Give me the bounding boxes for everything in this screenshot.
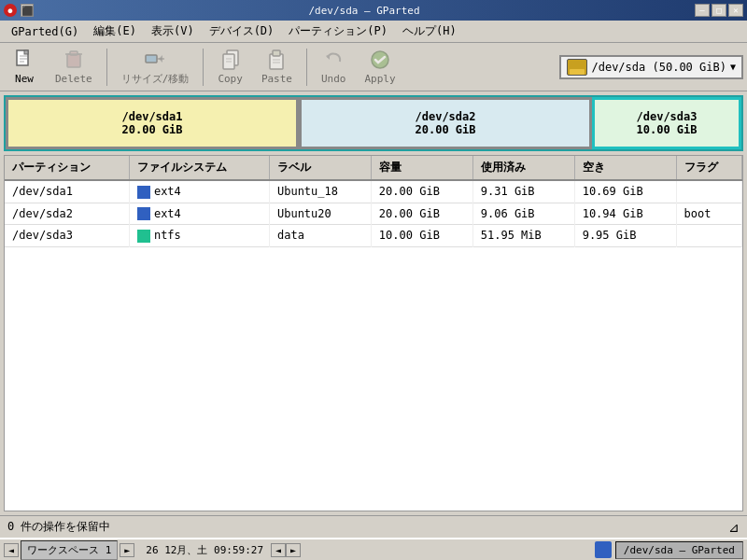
col-header-size[interactable]: 容量 — [371, 156, 472, 180]
close-button[interactable]: ✕ — [728, 4, 743, 17]
disk-partition-sda2[interactable]: /dev/sda2 20.00 GiB — [299, 97, 592, 149]
col-header-flags[interactable]: フラグ — [676, 156, 741, 180]
drive-label: /dev/sda (50.00 GiB) — [591, 61, 726, 74]
taskbar-active-window[interactable]: /dev/sda – GParted — [615, 541, 743, 559]
cell-label: Ubuntu_18 — [269, 180, 371, 203]
copy-label: Copy — [218, 73, 243, 85]
menu-partition[interactable]: パーティション(P) — [281, 21, 395, 41]
fs-color-indicator — [137, 207, 150, 220]
disk-visualization: /dev/sda1 20.00 GiB /dev/sda2 20.00 GiB … — [4, 95, 743, 151]
cell-flags — [676, 225, 741, 247]
undo-button[interactable]: Undo — [313, 47, 355, 88]
undo-label: Undo — [321, 73, 346, 85]
delete-label: Delete — [55, 73, 92, 85]
col-header-partition[interactable]: パーティション — [5, 156, 129, 180]
toolbar: New Delete リサイズ/移動 — [0, 43, 747, 91]
table-row[interactable]: /dev/sda3ntfsdata10.00 GiB51.95 MiB9.95 … — [5, 225, 742, 247]
status-bar: 0 件の操作を保留中 ⊿ — [0, 515, 747, 538]
menu-gparted[interactable]: GParted(G) — [4, 23, 86, 40]
menu-view[interactable]: 表示(V) — [144, 21, 202, 41]
cell-partition: /dev/sda3 — [5, 225, 129, 247]
apply-icon — [369, 49, 391, 71]
table-header-row: パーティション ファイルシステム ラベル 容量 使用済み 空き フラグ — [5, 156, 742, 180]
cell-flags — [676, 180, 741, 203]
delete-icon — [63, 49, 85, 71]
undo-icon — [322, 49, 345, 71]
cell-filesystem: ext4 — [129, 203, 269, 225]
taskbar-app-icon — [595, 541, 612, 558]
cell-partition: /dev/sda2 — [5, 203, 129, 225]
cell-flags: boot — [676, 203, 741, 225]
window-controls: – □ ✕ — [695, 4, 743, 17]
drive-dropdown-icon: ▼ — [730, 62, 736, 72]
col-header-label[interactable]: ラベル — [269, 156, 371, 180]
paste-button[interactable]: Paste — [253, 47, 301, 88]
disk-sda3-name: /dev/sda3 — [636, 110, 697, 123]
cell-used: 51.95 MiB — [472, 225, 574, 247]
paste-label: Paste — [261, 73, 292, 85]
menu-edit[interactable]: 編集(E) — [86, 21, 144, 41]
menu-bar: GParted(G) 編集(E) 表示(V) デバイス(D) パーティション(P… — [0, 21, 747, 43]
cell-filesystem: ext4 — [129, 180, 269, 203]
col-header-free[interactable]: 空き — [574, 156, 676, 180]
copy-icon — [219, 49, 242, 71]
cell-free: 10.94 GiB — [574, 203, 676, 225]
title-menu-btn[interactable]: ⬛ — [21, 4, 34, 17]
table-row[interactable]: /dev/sda1ext4Ubuntu_1820.00 GiB9.31 GiB1… — [5, 180, 742, 203]
cell-label: Ubuntu20 — [269, 203, 371, 225]
status-text: 0 件の操作を保留中 — [7, 519, 110, 535]
disk-sda1-size: 20.00 GiB — [121, 123, 182, 136]
disk-partition-sda3[interactable]: /dev/sda3 10.00 GiB — [592, 97, 741, 149]
taskbar-nav-arrows: ◄ ► — [271, 543, 301, 557]
fs-color-indicator — [137, 186, 150, 199]
title-bar: ● ⬛ /dev/sda – GParted – □ ✕ — [0, 0, 747, 21]
drive-selector[interactable]: /dev/sda (50.00 GiB) ▼ — [559, 55, 743, 79]
taskbar-right: /dev/sda – GParted — [595, 541, 743, 559]
taskbar-next-btn[interactable]: ► — [286, 543, 301, 557]
col-header-used[interactable]: 使用済み — [472, 156, 574, 180]
partition-table: パーティション ファイルシステム ラベル 容量 使用済み 空き フラグ /dev… — [4, 155, 743, 511]
disk-partition-sda1[interactable]: /dev/sda1 20.00 GiB — [6, 97, 299, 149]
table-row[interactable]: /dev/sda2ext4Ubuntu2020.00 GiB9.06 GiB10… — [5, 203, 742, 225]
resize-icon — [144, 48, 166, 70]
resize-handle[interactable]: ⊿ — [728, 520, 740, 535]
paste-icon — [265, 49, 288, 71]
app-icon: ● — [4, 4, 17, 17]
apply-label: Apply — [365, 73, 396, 85]
minimize-button[interactable]: – — [695, 4, 710, 17]
col-header-filesystem[interactable]: ファイルシステム — [129, 156, 269, 180]
cell-free: 10.69 GiB — [574, 180, 676, 203]
disk-sda3-size: 10.00 GiB — [636, 123, 697, 136]
workspace-next-btn[interactable]: ► — [120, 543, 134, 557]
new-label: New — [15, 73, 34, 85]
cell-used: 9.31 GiB — [472, 180, 574, 203]
disk-sda2-size: 20.00 GiB — [415, 123, 475, 136]
resize-label: リサイズ/移動 — [121, 72, 190, 86]
taskbar: ◄ ワークスペース 1 ► 26 12月、土 09:59:27 ◄ ► /dev… — [0, 538, 747, 560]
disk-sda1-name: /dev/sda1 — [121, 110, 182, 123]
resize-button[interactable]: リサイズ/移動 — [113, 47, 198, 88]
window-title: /dev/sda – GParted — [34, 5, 695, 17]
workspace-nav: ◄ ワークスペース 1 ► — [4, 540, 134, 560]
maximize-button[interactable]: □ — [712, 4, 726, 17]
apply-button[interactable]: Apply — [357, 47, 404, 88]
separator-1 — [106, 49, 107, 86]
cell-used: 9.06 GiB — [472, 203, 574, 225]
copy-button[interactable]: Copy — [209, 47, 251, 88]
svg-rect-1 — [24, 50, 28, 54]
separator-3 — [306, 49, 307, 86]
svg-rect-16 — [273, 50, 280, 56]
workspace-prev-btn[interactable]: ◄ — [4, 543, 19, 557]
separator-2 — [203, 49, 204, 86]
svg-rect-8 — [146, 55, 157, 63]
taskbar-prev-btn[interactable]: ◄ — [271, 543, 286, 557]
cell-partition: /dev/sda1 — [5, 180, 129, 203]
workspace-label[interactable]: ワークスペース 1 — [21, 540, 118, 560]
menu-help[interactable]: ヘルプ(H) — [395, 21, 464, 41]
delete-button[interactable]: Delete — [47, 47, 101, 88]
cell-size: 10.00 GiB — [371, 225, 472, 247]
drive-icon — [567, 59, 587, 76]
cell-label: data — [269, 225, 371, 247]
new-button[interactable]: New — [4, 47, 45, 88]
menu-device[interactable]: デバイス(D) — [202, 21, 282, 41]
